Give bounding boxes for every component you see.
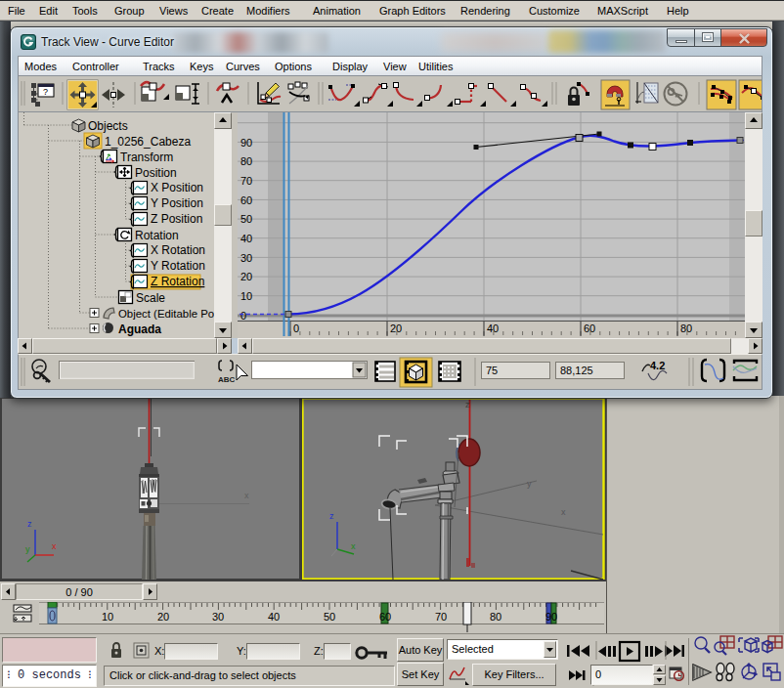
svg-text:4.2: 4.2 [650,360,665,371]
svg-text:80: 80 [680,322,692,334]
svg-text:20: 20 [390,322,402,334]
svg-text:z: z [27,519,32,529]
svg-text:x: x [561,507,566,517]
svg-text:10: 10 [102,611,113,623]
svg-text:Y:: Y: [237,645,246,657]
svg-text:1_0256_Cabeza: 1_0256_Cabeza [105,135,191,149]
svg-text:10: 10 [240,290,252,302]
svg-text:Z Position: Z Position [151,212,202,226]
svg-text:y: y [25,544,30,554]
svg-text:80: 80 [240,155,252,167]
svg-text:80: 80 [490,611,501,623]
svg-text:X Rotation: X Rotation [151,243,205,257]
svg-text:z: z [329,511,334,521]
svg-text:60: 60 [379,611,391,623]
svg-text:70: 70 [240,175,252,187]
svg-text:0: 0 [293,322,299,334]
svg-text:60: 60 [240,194,252,206]
svg-text:40: 40 [487,322,499,334]
svg-text:20: 20 [157,611,169,623]
svg-text:ABC: ABC [218,375,236,384]
svg-text:88,125: 88,125 [560,365,593,376]
svg-text:50: 50 [324,611,335,623]
svg-text:z: z [465,400,470,409]
svg-text:x: x [351,541,356,551]
svg-text:90: 90 [240,137,252,149]
svg-text:Objects: Objects [88,119,128,133]
svg-text:0: 0 [240,310,246,322]
svg-text:Rotation: Rotation [135,229,179,242]
svg-text:40: 40 [240,233,252,244]
svg-text:y: y [527,479,532,489]
svg-text:Transform: Transform [120,150,173,164]
svg-text:90: 90 [545,611,557,623]
svg-text:60: 60 [584,322,595,334]
svg-text:Position: Position [135,166,177,180]
svg-text:20: 20 [240,271,252,282]
svg-text:x: x [52,541,57,551]
svg-text:?: ? [43,87,48,97]
svg-text:40: 40 [268,611,280,623]
svg-text:30: 30 [212,611,224,623]
svg-text:x: x [244,491,249,500]
svg-text:X Position: X Position [151,181,203,194]
svg-text:Y Rotation: Y Rotation [151,259,205,273]
svg-text:Scale: Scale [136,291,165,305]
svg-text:70: 70 [435,611,447,623]
svg-text:Object (Editable Poly): Object (Editable Poly) [118,308,214,320]
svg-text:Aguada: Aguada [118,322,161,336]
svg-text:75: 75 [486,365,498,376]
svg-text:Z Rotation: Z Rotation [151,275,204,288]
svg-text:30: 30 [240,252,252,264]
svg-text:Z:: Z: [314,645,324,657]
svg-text:X:: X: [154,645,164,657]
svg-text:50: 50 [240,213,252,225]
svg-text:Y Position: Y Position [151,196,203,210]
